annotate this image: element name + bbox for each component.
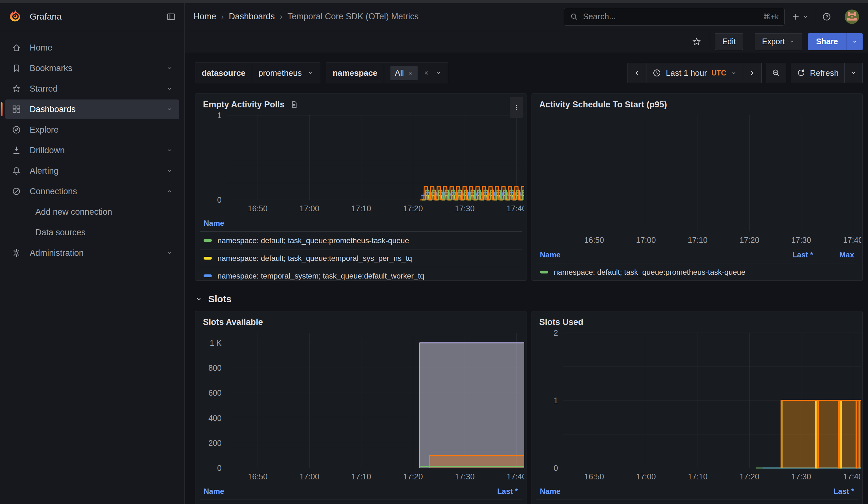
panel-header[interactable]: Slots Used — [536, 315, 858, 329]
timeseries-plot: 16:5017:0017:1017:2017:3017:400200400600… — [200, 329, 524, 484]
help-icon[interactable]: ? — [822, 12, 832, 22]
legend-row[interactable]: namespace: default; task_queue:prometheu… — [536, 500, 858, 504]
svg-text:16:50: 16:50 — [248, 472, 268, 481]
panel-header[interactable]: Slots Available — [200, 315, 522, 329]
section-header-slots[interactable]: Slots — [195, 289, 862, 309]
svg-text:17:10: 17:10 — [351, 204, 371, 213]
clock-icon — [652, 68, 662, 78]
sidebar-item-label: Bookmarks — [30, 63, 72, 73]
legend-header: NameLast * — [200, 484, 522, 500]
legend-row[interactable]: namespace: temporal_system; task_queue:d… — [200, 267, 522, 281]
legend-column-value[interactable]: Last * — [800, 487, 854, 496]
drilldown-icon — [11, 145, 21, 155]
filter-chip[interactable]: All — [391, 66, 417, 80]
star-dashboard-button[interactable] — [690, 35, 703, 48]
header-divider — [838, 11, 838, 22]
time-shift-forward-button[interactable] — [743, 63, 761, 83]
legend-row[interactable]: namespace: default; task_queue:prometheu… — [536, 263, 858, 281]
chevron-down-icon[interactable] — [166, 65, 173, 72]
legend-row[interactable]: namespace: default; task_queue:prometheu… — [200, 232, 522, 249]
panel-header[interactable]: Empty Activity Polls — [200, 97, 522, 112]
sidebar-item-explore[interactable]: Explore — [5, 120, 179, 140]
legend-column-value[interactable]: Last * — [464, 487, 518, 496]
svg-text:17:10: 17:10 — [688, 472, 707, 481]
sidebar-item-data-sources[interactable]: Data sources — [5, 223, 179, 242]
breadcrumb-separator: › — [221, 12, 224, 21]
legend-row[interactable]: namespace: default; task_queue:prometheu… — [200, 500, 522, 504]
legend-column-name[interactable]: Name — [204, 219, 518, 228]
add-new-button[interactable] — [791, 12, 809, 21]
chevron-down-icon — [166, 106, 173, 113]
panel-chart[interactable]: 16:5017:0017:1017:2017:3017:40012 — [536, 329, 861, 484]
chevron-up-icon[interactable] — [166, 188, 173, 195]
search-input[interactable] — [583, 12, 758, 21]
variable-value-picker[interactable]: prometheus — [252, 63, 320, 83]
svg-text:16:50: 16:50 — [248, 204, 268, 213]
panel-activity-schedule-to-start-p95-: Activity Schedule To Start (p95)16:5017:… — [531, 93, 863, 281]
svg-text:17:30: 17:30 — [791, 236, 811, 245]
panel-header[interactable]: Activity Schedule To Start (p95) — [536, 97, 858, 112]
sidebar-item-dashboards[interactable]: Dashboards — [5, 100, 179, 119]
legend-row[interactable]: namespace: default; task_queue:temporal_… — [200, 249, 522, 267]
refresh-group: Refresh — [790, 63, 862, 83]
svg-text:17:30: 17:30 — [455, 472, 475, 481]
zoom-out-time-button[interactable] — [766, 63, 786, 83]
chevron-down-icon[interactable] — [166, 106, 173, 113]
sidebar-item-administration[interactable]: Administration — [5, 243, 179, 263]
chevron-down-icon[interactable] — [166, 249, 173, 256]
refresh-interval-caret[interactable] — [845, 63, 862, 83]
panel-menu-button[interactable] — [510, 97, 523, 118]
edit-button[interactable]: Edit — [715, 33, 743, 50]
series-color-marker — [204, 239, 212, 242]
header-actions: ⌘+k ? — [564, 8, 859, 25]
avatar[interactable] — [845, 10, 859, 24]
legend-column-name[interactable]: Name — [204, 487, 464, 496]
legend-column-name[interactable]: Name — [540, 487, 801, 496]
sidebar-item-starred[interactable]: Starred — [5, 79, 179, 99]
chevron-down-icon — [731, 70, 737, 76]
compass-icon — [11, 125, 21, 135]
variable-value-picker[interactable]: All — [384, 63, 448, 83]
svg-text:17:00: 17:00 — [636, 472, 656, 481]
legend-column-value[interactable]: Last * — [760, 250, 813, 259]
sidebar-item-alerting[interactable]: Alerting — [5, 161, 179, 181]
svg-text:600: 600 — [208, 389, 221, 397]
grafana-logo-icon[interactable] — [8, 9, 23, 24]
share-menu-caret[interactable] — [846, 33, 862, 50]
sidebar-item-connections[interactable]: Connections — [5, 182, 179, 201]
svg-text:17:20: 17:20 — [740, 236, 760, 245]
sidebar-item-add-new-connection[interactable]: Add new connection — [5, 202, 179, 222]
breadcrumb-item[interactable]: Dashboards — [229, 12, 275, 21]
sidebar-item-home[interactable]: Home — [5, 38, 179, 58]
refresh-button[interactable]: Refresh — [791, 63, 845, 83]
panel-row-2: Slots Available16:5017:0017:1017:2017:30… — [195, 311, 862, 504]
toolbar-divider — [749, 35, 749, 48]
time-range-picker[interactable]: Last 1 hour UTC — [647, 63, 743, 83]
breadcrumb-item[interactable]: Home — [194, 12, 216, 21]
panel-chart[interactable]: 16:5017:0017:1017:2017:3017:40 — [536, 112, 861, 247]
legend-column-value[interactable]: Max — [813, 250, 854, 259]
chevron-down-icon[interactable] — [166, 85, 173, 92]
chevron-down-icon[interactable] — [166, 167, 173, 174]
chevron-down-icon — [435, 70, 442, 76]
share-button-group: Share — [808, 33, 862, 50]
bell-icon — [11, 166, 21, 176]
sidebar-item-drilldown[interactable]: Drilldown — [5, 141, 179, 160]
sidebar-item-bookmarks[interactable]: Bookmarks — [5, 59, 179, 78]
star-icon — [11, 84, 21, 94]
panel-chart[interactable]: 16:5017:0017:1017:2017:3017:4001 — [200, 112, 524, 216]
panel-chart[interactable]: 16:5017:0017:1017:2017:3017:400200400600… — [200, 329, 524, 484]
search-box[interactable]: ⌘+k — [564, 8, 785, 25]
dock-sidebar-icon[interactable] — [166, 12, 176, 22]
timezone-label: UTC — [711, 69, 726, 78]
panel-description-icon[interactable] — [290, 100, 299, 109]
timeseries-plot: 16:5017:0017:1017:2017:3017:40 — [536, 112, 861, 247]
export-button[interactable]: Export — [755, 33, 802, 50]
chevron-down-icon — [308, 70, 314, 76]
remove-chip-icon[interactable] — [408, 70, 413, 76]
time-shift-back-button[interactable] — [628, 63, 647, 83]
clear-all-icon[interactable] — [423, 70, 430, 76]
chevron-down-icon[interactable] — [166, 147, 173, 154]
share-button[interactable]: Share — [808, 33, 846, 50]
legend-column-name[interactable]: Name — [540, 250, 760, 259]
